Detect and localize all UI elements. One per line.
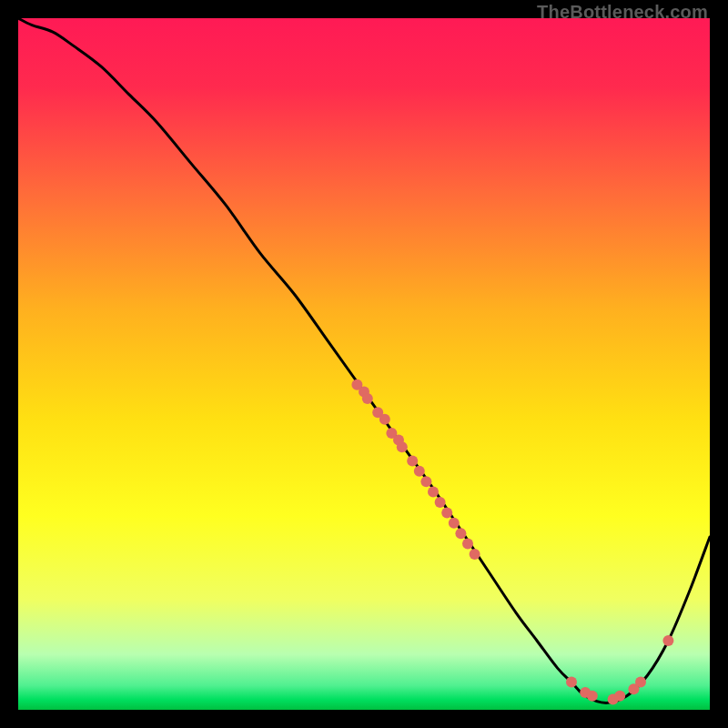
scatter-point	[414, 466, 425, 477]
bottleneck-chart	[18, 18, 710, 710]
scatter-point	[449, 518, 460, 529]
scatter-point	[428, 487, 439, 498]
scatter-point	[462, 539, 473, 550]
scatter-point	[470, 549, 480, 560]
scatter-point	[379, 414, 390, 425]
chart-background	[18, 18, 710, 710]
scatter-point	[587, 691, 598, 702]
scatter-point	[614, 691, 625, 702]
scatter-point	[635, 677, 646, 688]
scatter-point	[566, 677, 577, 688]
scatter-point	[362, 393, 373, 404]
scatter-point	[420, 476, 431, 487]
scatter-point	[397, 441, 408, 452]
scatter-point	[455, 528, 466, 539]
scatter-point	[441, 507, 452, 518]
scatter-point	[662, 635, 673, 646]
scatter-point	[407, 455, 418, 466]
scatter-point	[435, 497, 446, 508]
